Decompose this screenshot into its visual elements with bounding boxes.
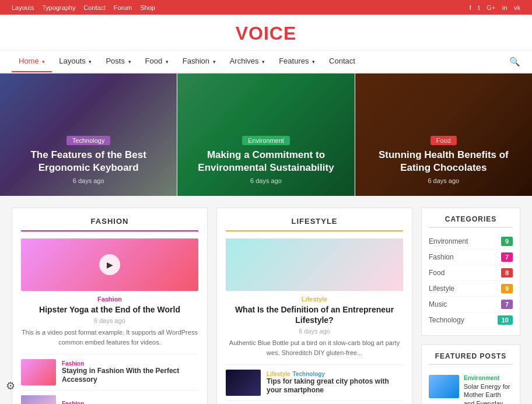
lifestyle-featured-date: 6 days ago: [226, 328, 403, 335]
hero-content-1: Technology The Features of the Best Ergo…: [9, 136, 168, 184]
category-fashion-name: Fashion: [429, 253, 454, 261]
hero-title-1: The Features of the Best Ergonomic Keybo…: [9, 149, 168, 174]
hero-slide-3: Food Stunning Health Benefits of Eating …: [355, 73, 532, 196]
settings-gear-icon[interactable]: ⚙: [6, 380, 15, 392]
fashion-article-2-tag: Fashion: [62, 401, 198, 404]
category-technology-name: Technology: [429, 316, 464, 324]
fashion-article-1-title[interactable]: Staying in Fashion With the Perfect Acce…: [62, 367, 198, 385]
hero-title-2: Making a Commitment to Environmental Sus…: [186, 149, 345, 174]
hero-tag-3: Food: [430, 136, 457, 145]
top-bar-links: Layouts Typography Contact Forum Shop: [12, 3, 161, 12]
lifestyle-article-1: Lifestyle Technology Tips for taking gre…: [226, 364, 403, 401]
social-instagram[interactable]: in: [502, 4, 508, 11]
fashion-featured-card: ▶ Fashion Hipster Yoga at the End of the…: [21, 238, 198, 347]
fashion-featured-image: ▶: [21, 238, 198, 291]
top-bar-social: f t G+ in vk: [465, 3, 520, 12]
fashion-article-1-thumb: [21, 359, 56, 385]
search-icon[interactable]: 🔍: [509, 57, 520, 67]
fashion-article-1-tag: Fashion: [62, 360, 198, 367]
topbar-link-typography[interactable]: Typography: [42, 4, 75, 11]
social-facebook[interactable]: f: [470, 4, 471, 11]
top-bar: Layouts Typography Contact Forum Shop f …: [0, 0, 532, 15]
category-food-count: 8: [501, 268, 513, 277]
hero-date-1: 6 days ago: [9, 177, 168, 184]
featured-post-1-thumb: [429, 375, 459, 398]
nav-layouts[interactable]: Layouts ▾: [52, 51, 99, 72]
fashion-featured-date: 6 days ago: [21, 317, 198, 324]
hero-date-3: 6 days ago: [364, 177, 523, 184]
social-google[interactable]: G+: [487, 4, 495, 11]
category-technology-count: 10: [498, 315, 513, 325]
hero-content-2: Environment Making a Commitment to Envir…: [186, 136, 345, 184]
fashion-section: FASHION ▶ Fashion Hipster Yoga at the En…: [12, 208, 208, 404]
lifestyle-featured-card: Lifestyle What Is the Definition of an E…: [226, 238, 403, 357]
hero-slide-2: Environment Making a Commitment to Envir…: [177, 73, 354, 196]
fashion-article-2: Fashion Colorful Men's Fashion: [21, 390, 198, 404]
category-lifestyle[interactable]: Lifestyle 9: [429, 281, 513, 297]
lifestyle-article-1-title[interactable]: Tips for taking great city photos with y…: [267, 377, 403, 395]
site-logo[interactable]: VOICE: [236, 23, 297, 44]
lifestyle-article-1-tag2: Technology: [293, 371, 325, 377]
nav-features[interactable]: Features ▾: [272, 51, 322, 72]
play-button[interactable]: ▶: [99, 254, 120, 275]
lifestyle-section: LIFESTYLE Lifestyle What Is the Definiti…: [216, 208, 412, 404]
topbar-link-contact[interactable]: Contact: [83, 4, 106, 11]
social-twitter[interactable]: t: [478, 4, 480, 11]
lifestyle-article-2: Lifestyle Technology Traveling With Tech…: [226, 401, 403, 404]
nav-posts[interactable]: Posts ▾: [99, 51, 138, 72]
nav-links: Home ▾ Layouts ▾ Posts ▾ Food ▾ Fashion …: [12, 51, 362, 72]
fashion-article-1-info: Fashion Staying in Fashion With the Perf…: [62, 360, 198, 385]
lifestyle-featured-excerpt: Authentic Blue Bottle put a bird on it s…: [226, 338, 403, 357]
lifestyle-featured-tag: Lifestyle: [302, 296, 328, 303]
logo-text: OICE: [249, 23, 296, 44]
categories-title: CATEGORIES: [429, 215, 513, 228]
category-music[interactable]: Music 7: [429, 297, 513, 312]
lifestyle-article-1-info: Lifestyle Technology Tips for taking gre…: [267, 371, 403, 395]
featured-posts-title: FEATURED POSTS: [429, 352, 513, 365]
fashion-article-1: Fashion Staying in Fashion With the Perf…: [21, 354, 198, 390]
topbar-link-forum[interactable]: Forum: [114, 4, 132, 11]
lifestyle-article-1-thumb: [226, 370, 261, 396]
logo-v: V: [236, 23, 249, 44]
topbar-link-layouts[interactable]: Layouts: [12, 4, 34, 11]
header: VOICE: [0, 15, 532, 51]
lifestyle-article-1-tag1: Lifestyle: [267, 371, 290, 377]
nav-fashion[interactable]: Fashion ▾: [176, 51, 223, 72]
lifestyle-featured-title[interactable]: What Is the Definition of an Entrepreneu…: [226, 304, 403, 325]
category-music-count: 7: [501, 300, 513, 309]
featured-posts-widget: FEATURED POSTS Environment Solar Energy …: [421, 345, 520, 404]
category-food[interactable]: Food 8: [429, 265, 513, 281]
category-environment-name: Environment: [429, 237, 468, 245]
fashion-article-2-info: Fashion Colorful Men's Fashion: [62, 401, 198, 404]
lifestyle-section-title: LIFESTYLE: [226, 217, 403, 231]
lifestyle-featured-image: [226, 238, 403, 291]
hero-slide-1: Technology The Features of the Best Ergo…: [0, 73, 177, 196]
category-technology[interactable]: Technology 10: [429, 312, 513, 328]
hero-title-3: Stunning Health Benefits of Eating Choco…: [364, 149, 523, 174]
category-fashion-count: 7: [501, 252, 513, 262]
topbar-link-shop[interactable]: Shop: [140, 4, 155, 11]
fashion-featured-title[interactable]: Hipster Yoga at the End of the World: [21, 304, 198, 315]
fashion-featured-tag: Fashion: [97, 296, 122, 303]
fashion-article-2-thumb: [21, 395, 56, 404]
category-lifestyle-count: 9: [501, 284, 513, 293]
featured-post-1[interactable]: Environment Solar Energy for Mother Eart…: [429, 371, 513, 404]
sidebar: CATEGORIES Environment 9 Fashion 7 Food …: [421, 208, 520, 404]
category-environment[interactable]: Environment 9: [429, 234, 513, 250]
featured-post-1-tag: Environment: [464, 375, 513, 381]
social-vk[interactable]: vk: [514, 4, 520, 11]
hero-date-2: 6 days ago: [186, 177, 345, 184]
fashion-featured-excerpt: This is a video post format example. It …: [21, 328, 198, 347]
nav-home[interactable]: Home ▾: [12, 51, 52, 72]
nav-archives[interactable]: Archives ▾: [223, 51, 272, 72]
category-fashion[interactable]: Fashion 7: [429, 250, 513, 265]
featured-post-1-info: Environment Solar Energy for Mother Eart…: [464, 375, 513, 404]
hero-tag-2: Environment: [242, 136, 290, 145]
nav-food[interactable]: Food ▾: [138, 51, 176, 72]
main-content: FASHION ▶ Fashion Hipster Yoga at the En…: [0, 196, 532, 404]
hero-slider: Technology The Features of the Best Ergo…: [0, 73, 532, 196]
main-nav: Home ▾ Layouts ▾ Posts ▾ Food ▾ Fashion …: [0, 51, 532, 73]
categories-widget: CATEGORIES Environment 9 Fashion 7 Food …: [421, 208, 520, 336]
nav-contact[interactable]: Contact: [322, 51, 362, 72]
fashion-section-title: FASHION: [21, 217, 198, 231]
